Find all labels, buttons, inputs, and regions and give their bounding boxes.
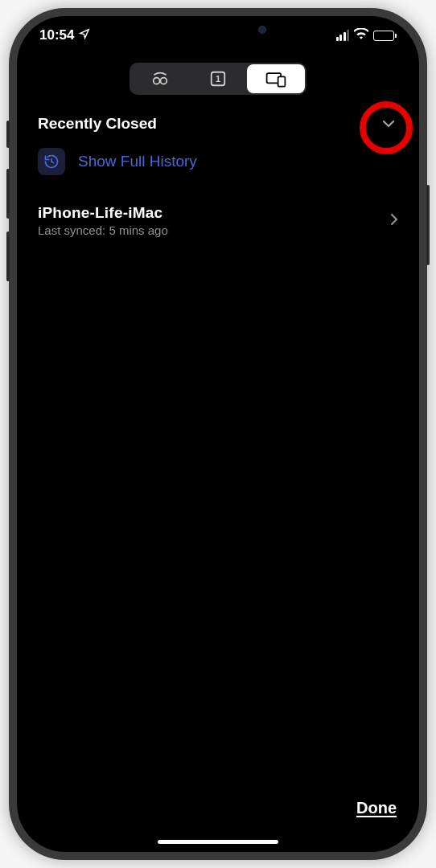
done-button[interactable]: Done (356, 799, 397, 817)
tab-local-tabs[interactable]: 1 (189, 64, 247, 93)
tab-type-segmented-control: 1 (130, 63, 306, 95)
chevron-down-icon[interactable] (379, 114, 398, 133)
silent-switch (6, 121, 10, 148)
notch (134, 16, 302, 43)
home-indicator[interactable] (158, 840, 278, 844)
cellular-signal-icon (336, 30, 350, 41)
svg-text:1: 1 (216, 74, 220, 84)
synced-device-row[interactable]: iPhone-Life-iMac Last synced: 5 mins ago (17, 186, 419, 255)
screen: 10:54 (17, 16, 419, 852)
clock: 10:54 (39, 27, 74, 43)
history-icon (38, 148, 65, 175)
section-title: Recently Closed (38, 115, 157, 133)
bottom-toolbar: Done (17, 788, 419, 844)
tab-private[interactable] (131, 64, 189, 93)
svg-rect-5 (278, 76, 286, 86)
tab-other-devices[interactable] (247, 64, 305, 93)
show-full-history-row[interactable]: Show Full History (17, 137, 419, 186)
front-camera (258, 26, 266, 34)
svg-point-1 (160, 78, 167, 84)
show-full-history-label: Show Full History (78, 153, 197, 170)
location-arrow-icon (79, 27, 90, 43)
wifi-icon (354, 27, 368, 43)
chevron-right-icon (390, 213, 398, 229)
volume-down (6, 231, 10, 281)
power-button (426, 185, 430, 265)
recently-closed-header[interactable]: Recently Closed (17, 95, 419, 137)
device-name: iPhone-Life-iMac (38, 204, 168, 222)
volume-up (6, 169, 10, 219)
svg-point-0 (154, 78, 160, 84)
device-sync-status: Last synced: 5 mins ago (38, 223, 168, 237)
phone-frame: 10:54 (9, 8, 427, 860)
battery-icon (373, 31, 397, 41)
